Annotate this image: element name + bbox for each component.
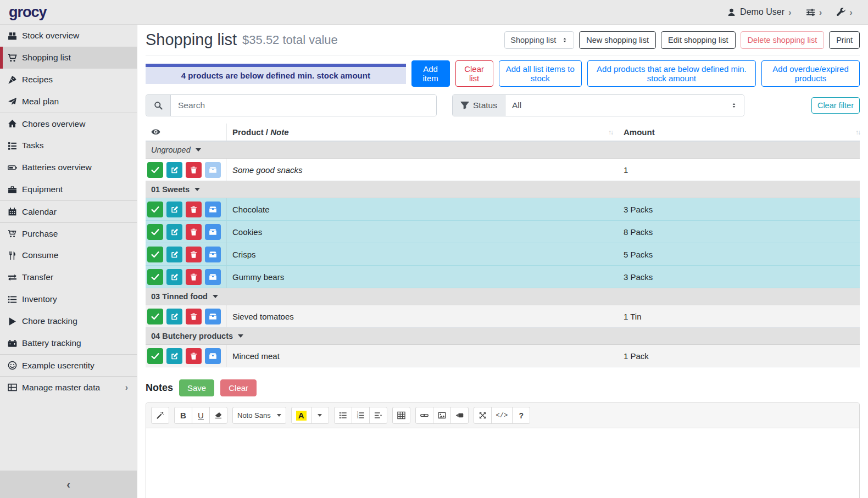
trash-icon	[190, 352, 198, 360]
sidebar-item-calendar[interactable]: Calendar	[0, 200, 137, 222]
sidebar-item-transfer[interactable]: Transfer	[0, 266, 137, 288]
delete-item-button[interactable]	[186, 348, 202, 364]
sidebar-item-chores-overview[interactable]: Chores overview	[0, 113, 137, 135]
clear-list-button[interactable]: Clear list	[455, 60, 493, 87]
group-header-ungrouped[interactable]: Ungrouped	[146, 142, 860, 159]
delete-shopping-list-button[interactable]: Delete shopping list	[741, 31, 825, 49]
edit-shopping-list-button[interactable]: Edit shopping list	[661, 31, 736, 49]
unordered-list-icon	[339, 411, 347, 419]
add-to-stock-button[interactable]	[205, 202, 221, 217]
font-color-button[interactable]: A	[291, 407, 311, 424]
sidebar-item-recipes[interactable]: Recipes	[0, 69, 137, 91]
edit-item-button[interactable]	[166, 269, 182, 285]
edit-item-button[interactable]	[166, 309, 182, 324]
add-to-stock-button[interactable]	[205, 348, 221, 364]
group-header-tinned-food[interactable]: 03 Tinned food	[146, 288, 860, 305]
sidebar-item-shopping-list[interactable]: Shopping list	[0, 47, 137, 69]
insert-table-button[interactable]	[392, 407, 410, 424]
sidebar-collapse-button[interactable]: ‹	[0, 471, 137, 498]
check-icon	[151, 166, 159, 174]
clear-formatting-button[interactable]	[209, 407, 227, 424]
amount-column-header[interactable]: Amount ↑↓	[618, 127, 860, 137]
add-to-stock-button[interactable]	[205, 309, 221, 324]
edit-item-button[interactable]	[166, 247, 182, 262]
mark-done-button[interactable]	[147, 348, 163, 364]
ordered-list-button[interactable]	[352, 407, 370, 424]
sidebar-item-purchase[interactable]: Purchase	[0, 222, 137, 244]
mark-done-button[interactable]	[147, 162, 163, 178]
add-to-stock-button[interactable]	[205, 247, 221, 262]
row-actions	[146, 198, 227, 220]
visibility-column-header[interactable]	[146, 124, 227, 141]
add-to-stock-button[interactable]	[205, 269, 221, 285]
font-color-dropdown[interactable]	[311, 407, 329, 424]
sort-icon: ↑↓	[855, 128, 860, 136]
sidebar-item-inventory[interactable]: Inventory	[0, 288, 137, 310]
print-button[interactable]: Print	[829, 31, 860, 49]
user-menu[interactable]: Demo User ›	[727, 7, 792, 17]
product-column-header[interactable]: Product / Note ↑↓	[227, 127, 618, 137]
paragraph-button[interactable]	[369, 407, 387, 424]
group-header-sweets[interactable]: 01 Sweets	[146, 181, 860, 198]
clear-filter-button[interactable]: Clear filter	[811, 97, 860, 114]
settings-menu[interactable]: ›	[806, 8, 822, 17]
status-filter-select[interactable]: All	[505, 95, 744, 116]
fullscreen-button[interactable]	[474, 407, 492, 424]
notes-editor-content[interactable]	[146, 428, 859, 498]
notes-clear-button[interactable]: Clear	[220, 379, 257, 396]
delete-item-button[interactable]	[186, 224, 202, 240]
sidebar-item-example-userentity[interactable]: Example userentity	[0, 354, 137, 376]
add-all-to-stock-button[interactable]: Add all list items to stock	[499, 60, 582, 87]
group-header-butchery[interactable]: 04 Butchery products	[146, 328, 860, 345]
style-magic-button[interactable]	[151, 407, 169, 424]
insert-video-button[interactable]	[450, 407, 469, 424]
mark-done-button[interactable]	[147, 269, 163, 285]
new-shopping-list-button[interactable]: New shopping list	[579, 31, 656, 49]
add-to-stock-button[interactable]	[205, 162, 221, 178]
edit-item-button[interactable]	[166, 162, 182, 178]
add-below-min-button[interactable]: Add products that are below defined min.…	[587, 60, 756, 87]
sidebar-item-consume[interactable]: Consume	[0, 244, 137, 266]
notes-save-button[interactable]: Save	[179, 379, 214, 396]
admin-menu[interactable]: ›	[836, 8, 853, 17]
add-item-button[interactable]: Add item	[411, 60, 450, 87]
bold-button[interactable]: B	[174, 407, 192, 424]
edit-icon	[170, 205, 179, 214]
sidebar-item-equipment[interactable]: Equipment	[0, 178, 137, 200]
sidebar-item-tasks[interactable]: Tasks	[0, 135, 137, 156]
mark-done-button[interactable]	[147, 309, 163, 324]
grocy-logo[interactable]: grocy	[9, 4, 47, 20]
edit-item-button[interactable]	[166, 224, 182, 240]
smile-icon	[8, 361, 17, 370]
shopping-list-selector[interactable]: Shopping list	[504, 31, 574, 49]
sidebar-item-label: Stock overview	[22, 31, 79, 41]
sidebar-item-stock-overview[interactable]: Stock overview	[0, 25, 137, 47]
add-overdue-button[interactable]: Add overdue/expired products	[761, 60, 860, 87]
underline-button[interactable]: U	[192, 407, 210, 424]
insert-image-button[interactable]	[433, 407, 451, 424]
delete-item-button[interactable]	[186, 162, 202, 178]
code-view-button[interactable]: </>	[491, 407, 513, 424]
delete-item-button[interactable]	[186, 269, 202, 285]
delete-item-button[interactable]	[186, 309, 202, 324]
sidebar-item-battery-tracking[interactable]: Battery tracking	[0, 332, 137, 354]
edit-item-button[interactable]	[166, 348, 182, 364]
sidebar-item-manage-master-data[interactable]: Manage master data›	[0, 376, 137, 398]
notes-section-header: Notes Save Clear	[146, 379, 860, 396]
mark-done-button[interactable]	[147, 247, 163, 262]
delete-item-button[interactable]	[186, 202, 202, 217]
unordered-list-button[interactable]	[334, 407, 352, 424]
sidebar-item-meal-plan[interactable]: Meal plan	[0, 91, 137, 113]
insert-link-button[interactable]	[415, 407, 433, 424]
help-button[interactable]: ?	[512, 407, 530, 424]
font-family-dropdown[interactable]: Noto Sans	[232, 407, 286, 424]
delete-item-button[interactable]	[186, 247, 202, 262]
sidebar-item-chore-tracking[interactable]: Chore tracking	[0, 310, 137, 332]
edit-item-button[interactable]	[166, 202, 182, 217]
add-to-stock-button[interactable]	[205, 224, 221, 240]
search-input[interactable]	[171, 95, 436, 116]
mark-done-button[interactable]	[147, 224, 163, 240]
mark-done-button[interactable]	[147, 202, 163, 217]
trash-icon	[190, 273, 198, 281]
sidebar-item-batteries-overview[interactable]: Batteries overview	[0, 156, 137, 178]
